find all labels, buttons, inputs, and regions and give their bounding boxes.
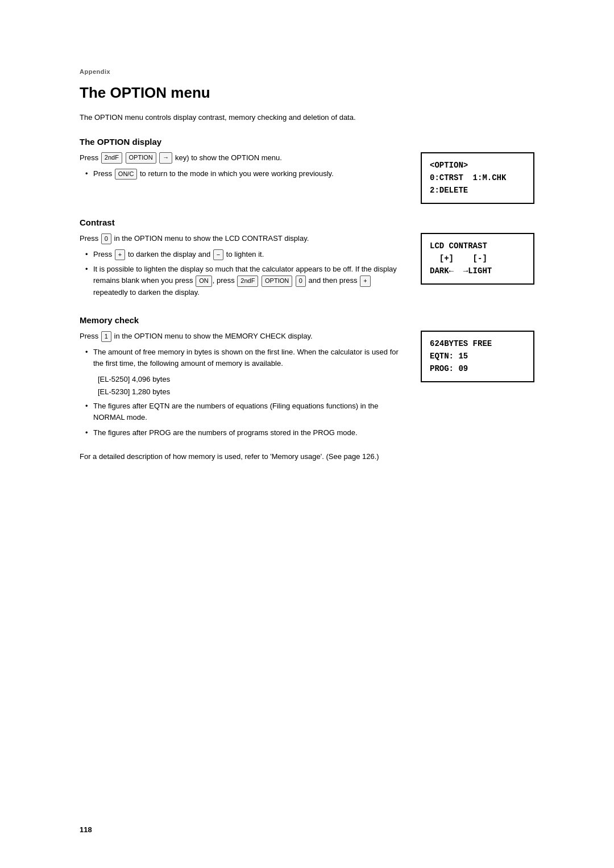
option-display-text: Press 2ndF OPTION → key) to show the OPT… [80, 152, 404, 183]
key-on: ON [196, 276, 212, 286]
lcd-memory-display: 624BYTES FREE EQTN: 15 PROG: 09 [421, 331, 534, 382]
lcd-option-display: <OPTION> 0:CTRST 1:M.CHK 2:DELETE [421, 152, 534, 204]
option-display-bullet1: Press ON/C to return to the mode in whic… [85, 168, 404, 180]
key-onc: ON/C [115, 169, 138, 180]
model-el5250: [EL-5250] 4,096 bytes [98, 374, 404, 385]
contrast-text: Press 0 in the OPTION menu to show the L… [80, 233, 404, 302]
key-minus: − [213, 249, 223, 260]
memory-check-title: Memory check [80, 315, 534, 325]
lcd-contrast-display: LCD CONTRAST [+] [-] DARK← →LIGHT [421, 233, 534, 285]
contrast-bullet1: Press + to darken the display and − to l… [85, 249, 404, 260]
memory-check-bullets: The amount of free memory in bytes is sh… [80, 347, 404, 439]
section-contrast: Contrast Press 0 in the OPTION menu to s… [80, 218, 534, 302]
contrast-bullet2: It is possible to lighten the display so… [85, 264, 404, 298]
option-display-content: Press 2ndF OPTION → key) to show the OPT… [80, 152, 534, 204]
intro-text: The OPTION menu controls display contras… [80, 112, 534, 123]
option-display-title: The OPTION display [80, 137, 534, 147]
option-display-para1: Press 2ndF OPTION → key) to show the OPT… [80, 152, 404, 164]
key-option-2: OPTION [262, 276, 292, 286]
memory-check-text: Press 1 in the OPTION menu to show the M… [80, 331, 404, 442]
key-0: 0 [101, 233, 111, 244]
page-number: 118 [80, 825, 92, 834]
key-0-2: 0 [296, 276, 306, 286]
section-option-display: The OPTION display Press 2ndF OPTION → k… [80, 137, 534, 204]
key-plus: + [115, 249, 125, 260]
memory-check-bullet3: The figures after PROG are the numbers o… [85, 427, 404, 439]
key-1: 1 [101, 331, 111, 342]
memory-check-bullet1: The amount of free memory in bytes is sh… [85, 347, 404, 397]
contrast-bullets: Press + to darken the display and − to l… [80, 249, 404, 298]
key-option: OPTION [126, 152, 156, 163]
contrast-para1: Press 0 in the OPTION menu to show the L… [80, 233, 404, 244]
memory-footer-note: For a detailed description of how memory… [80, 451, 534, 462]
key-2ndf-2: 2ndF [237, 276, 258, 286]
section-memory-check: Memory check Press 1 in the OPTION menu … [80, 315, 534, 462]
key-arrow: → [159, 152, 172, 163]
page-title: The OPTION menu [80, 84, 534, 102]
memory-check-content: Press 1 in the OPTION menu to show the M… [80, 331, 534, 442]
memory-check-para1: Press 1 in the OPTION menu to show the M… [80, 331, 404, 342]
key-2ndf: 2ndF [101, 152, 122, 163]
key-plus-2: + [360, 276, 370, 286]
page-container: Appendix The OPTION menu The OPTION menu… [0, 0, 614, 868]
memory-info: [EL-5250] 4,096 bytes [EL-5230] 1,280 by… [93, 374, 404, 397]
option-display-bullets: Press ON/C to return to the mode in whic… [80, 168, 404, 180]
appendix-label: Appendix [80, 68, 534, 75]
model-el5230: [EL-5230] 1,280 bytes [98, 386, 404, 398]
memory-check-bullet2: The figures after EQTN are the numbers o… [85, 400, 404, 423]
contrast-title: Contrast [80, 218, 534, 227]
contrast-content: Press 0 in the OPTION menu to show the L… [80, 233, 534, 302]
